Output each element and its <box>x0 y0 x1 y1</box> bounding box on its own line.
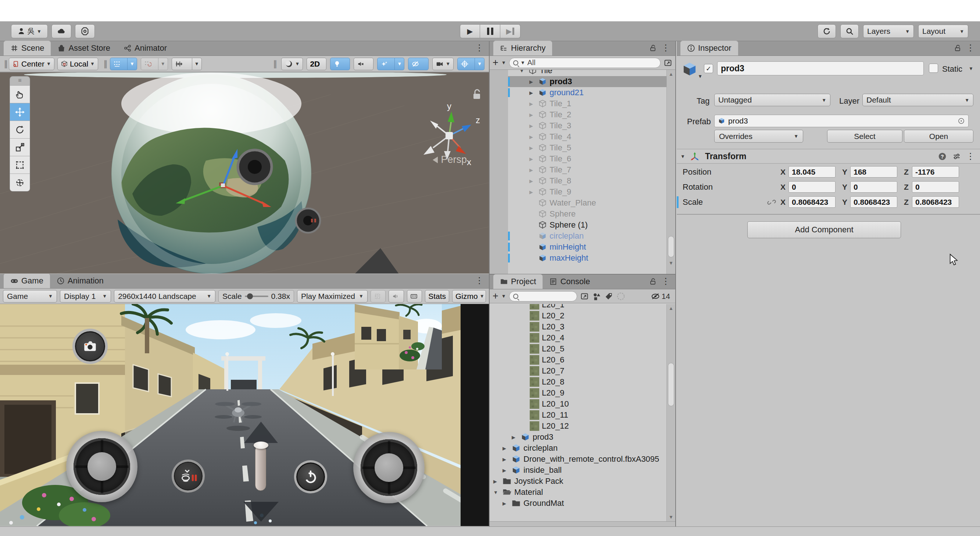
kebab-icon[interactable]: ⋮ <box>966 152 975 161</box>
static-checkbox[interactable] <box>929 64 938 73</box>
hierarchy-row[interactable]: Sphere (1) <box>508 219 667 231</box>
handle-icon[interactable]: ∥ <box>3 59 9 69</box>
tab[interactable]: Scene <box>4 41 51 56</box>
grid-snap-button[interactable] <box>110 58 127 70</box>
expand-arrow-icon[interactable] <box>493 490 502 495</box>
kebab-icon[interactable]: ⋮ <box>475 43 484 52</box>
project-row[interactable]: L20_6 <box>490 355 675 366</box>
undo-history-button[interactable] <box>818 24 836 38</box>
hierarchy-row[interactable]: Tile_8 <box>508 175 667 186</box>
hierarchy-row[interactable]: Tile_7 <box>508 164 667 175</box>
hierarchy-row[interactable]: Tile_6 <box>508 153 667 164</box>
hand-tool-button[interactable] <box>10 85 30 103</box>
kebab-icon[interactable]: ⋮ <box>475 276 484 285</box>
throttle-slider[interactable] <box>255 444 266 491</box>
rect-tool-button[interactable] <box>10 156 30 173</box>
expand-arrow-icon[interactable] <box>529 112 538 118</box>
step-button[interactable]: ▶ <box>500 24 520 38</box>
mute-audio-button[interactable] <box>388 290 404 302</box>
hierarchy-row[interactable]: prod3 <box>508 76 667 87</box>
project-row[interactable]: inside_ball <box>490 465 675 476</box>
screenshot-button[interactable] <box>72 329 108 364</box>
tab[interactable]: Console <box>542 274 597 289</box>
expand-arrow-icon[interactable] <box>512 434 520 440</box>
hierarchy-row[interactable]: Tile <box>508 70 667 76</box>
create-asset-button[interactable]: + <box>493 291 498 301</box>
hierarchy-row[interactable]: Sphere <box>508 208 667 219</box>
hierarchy-row[interactable]: ground21 <box>508 87 667 98</box>
help-icon[interactable]: ? <box>938 152 947 161</box>
increment-snap-button[interactable] <box>141 58 158 70</box>
tab[interactable]: Animator <box>117 41 173 56</box>
hierarchy-row[interactable]: Tile_5 <box>508 142 667 153</box>
select-button[interactable]: Select <box>827 130 902 143</box>
expand-arrow-icon[interactable] <box>529 189 538 195</box>
rotation-z-field[interactable]: 0 <box>912 181 959 192</box>
search-button[interactable] <box>840 24 859 38</box>
expand-arrow-icon[interactable] <box>503 501 511 506</box>
maximize-dropdown[interactable]: Play Maximized▼ <box>297 290 368 302</box>
project-row[interactable]: L20_2 <box>490 310 675 321</box>
scene-visibility-button[interactable] <box>408 58 429 70</box>
expand-arrow-icon[interactable] <box>503 445 511 451</box>
joystick-knob[interactable] <box>375 453 403 482</box>
hierarchy-row[interactable]: circleplan <box>508 231 667 242</box>
rotate-tool-button[interactable] <box>10 121 30 138</box>
search-by-label-icon[interactable] <box>605 292 613 301</box>
scroll-down-icon[interactable]: ▼ <box>667 260 675 266</box>
effects-toggle-button[interactable] <box>377 58 395 70</box>
2d-toggle-button[interactable]: 2D <box>307 58 326 70</box>
power-button[interactable] <box>294 460 327 493</box>
hierarchy-row[interactable]: minHeight <box>508 242 667 253</box>
project-scrollbar[interactable]: ▲ ▼ <box>667 304 675 521</box>
position-y-field[interactable]: 168 <box>850 166 897 178</box>
expand-arrow-icon[interactable] <box>503 456 511 462</box>
project-row[interactable]: L20_12 <box>490 421 675 432</box>
move-tool-button[interactable] <box>10 103 30 121</box>
scale-y-field[interactable]: 0.8068423 <box>850 196 897 208</box>
scale-x-field[interactable]: 0.8068423 <box>789 196 835 208</box>
throttle-down-arrow[interactable] <box>243 502 278 522</box>
cloud-button[interactable] <box>51 24 71 38</box>
expand-arrow-icon[interactable] <box>529 167 538 173</box>
create-asset-dropdown[interactable]: ▼ <box>501 294 506 299</box>
expand-arrow-icon[interactable] <box>529 79 538 84</box>
target-picker-icon[interactable] <box>958 117 965 125</box>
space-mode-button[interactable]: Local▼ <box>57 58 98 70</box>
position-x-field[interactable]: 18.045 <box>789 166 835 178</box>
project-row[interactable]: L20_11 <box>490 410 675 421</box>
resolution-dropdown[interactable]: 2960x1440 Landscape▼ <box>114 290 215 302</box>
expand-arrow-icon[interactable] <box>529 145 538 151</box>
scale-slider[interactable] <box>245 296 268 297</box>
vsync-button[interactable] <box>371 290 386 302</box>
toolstrip-handle[interactable]: ≡ <box>10 76 30 85</box>
create-dropdown[interactable]: ▼ <box>501 60 506 65</box>
shading-mode-button[interactable]: ▼ <box>281 58 303 70</box>
pause-button[interactable] <box>480 24 500 38</box>
snap-settings-button[interactable] <box>172 58 192 70</box>
tab[interactable]: Asset Store <box>51 41 117 56</box>
project-row[interactable]: Drone_with_remote_control.fbxA3095 <box>490 454 675 465</box>
snap-settings-dropdown[interactable]: ▼ <box>192 58 202 70</box>
expand-arrow-icon[interactable] <box>493 479 502 484</box>
tab[interactable]: Animation <box>50 274 110 288</box>
open-button[interactable]: Open <box>904 130 974 143</box>
hierarchy-row[interactable]: Tile_4 <box>508 131 667 142</box>
link-broken-icon[interactable] <box>767 198 780 207</box>
project-search-input[interactable] <box>509 291 577 301</box>
create-button[interactable]: + <box>493 58 498 68</box>
lighting-toggle-button[interactable] <box>330 58 350 70</box>
expand-arrow-icon[interactable] <box>503 468 511 473</box>
gizmos-toggle-button[interactable] <box>457 58 475 70</box>
pick-window-icon[interactable] <box>580 292 589 301</box>
layout-dropdown[interactable]: Layout▼ <box>918 25 968 38</box>
increment-snap-dropdown[interactable]: ▼ <box>158 58 168 70</box>
grid-snap-dropdown[interactable]: ▼ <box>127 58 137 70</box>
game-display-mode-dropdown[interactable]: Game▼ <box>3 290 57 302</box>
hierarchy-row[interactable]: maxHeight <box>508 253 667 264</box>
layers-dropdown[interactable]: Layers▼ <box>863 25 914 38</box>
tab[interactable]: Game <box>4 274 50 288</box>
name-field[interactable]: prod3 <box>717 61 924 75</box>
right-joystick[interactable] <box>353 432 425 503</box>
joystick-knob[interactable] <box>88 452 116 481</box>
